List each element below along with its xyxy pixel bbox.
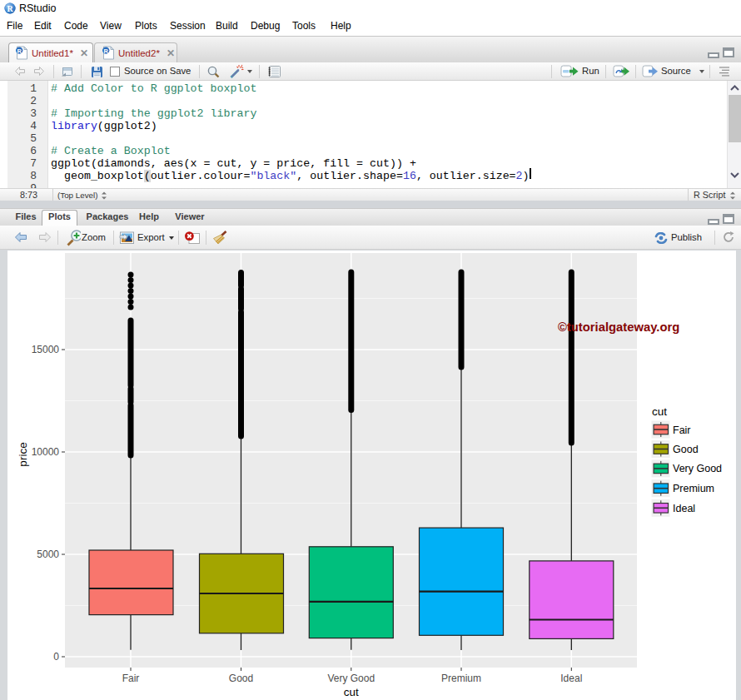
svg-text:©tutorialgateway.org: ©tutorialgateway.org (558, 320, 679, 334)
svg-text:Ideal: Ideal (560, 673, 582, 684)
svg-text:cut: cut (652, 405, 667, 418)
svg-text:Premium: Premium (673, 483, 714, 494)
svg-text:Very Good: Very Good (673, 463, 722, 474)
svg-text:Very Good: Very Good (327, 673, 375, 684)
svg-text:price: price (17, 442, 29, 466)
svg-text:cut: cut (344, 686, 359, 698)
svg-text:Ideal: Ideal (673, 503, 695, 514)
svg-text:Good: Good (673, 444, 699, 455)
svg-text:Good: Good (229, 673, 253, 684)
svg-text:0: 0 (53, 651, 59, 663)
svg-text:R: R (103, 47, 108, 55)
svg-text:Fair: Fair (673, 424, 691, 436)
svg-text:R: R (17, 47, 22, 55)
svg-text:Premium: Premium (441, 673, 481, 684)
svg-text:Fair: Fair (122, 673, 140, 684)
svg-text:5000: 5000 (37, 549, 59, 560)
svg-text:15000: 15000 (32, 344, 60, 355)
svg-text:10000: 10000 (32, 446, 60, 458)
svg-text:R: R (7, 4, 13, 13)
